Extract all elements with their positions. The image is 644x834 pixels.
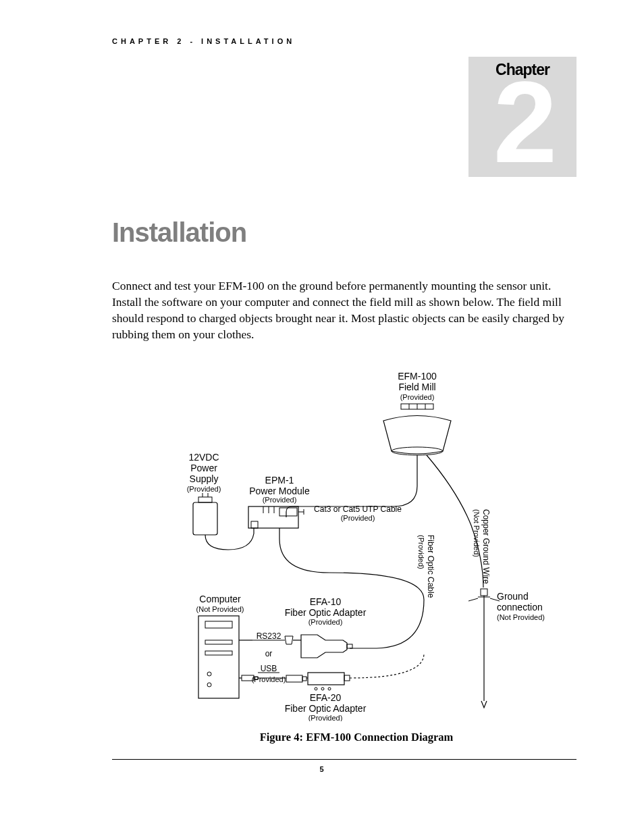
svg-rect-14 bbox=[279, 508, 297, 516]
catcable-label: Cat3 or Cat5 UTP Cable bbox=[314, 504, 402, 514]
psu-l2: Power bbox=[190, 463, 217, 473]
computer-label: Computer bbox=[199, 594, 241, 604]
svg-rect-17 bbox=[481, 589, 487, 596]
efa10-icon bbox=[301, 635, 352, 658]
svg-point-26 bbox=[207, 672, 211, 676]
efm100-sub: Field Mill bbox=[398, 382, 435, 392]
rs232-label: RS232 bbox=[257, 631, 281, 641]
svg-rect-5 bbox=[193, 502, 217, 535]
psu-icon bbox=[193, 493, 217, 535]
svg-point-37 bbox=[315, 687, 317, 690]
svg-rect-33 bbox=[286, 675, 302, 682]
groundwire-label: Copper Ground Wire bbox=[481, 509, 491, 584]
efa20-icon bbox=[308, 673, 350, 690]
chapter-block: Chapter 2 bbox=[468, 57, 576, 177]
efa10-title: EFA-10 bbox=[310, 596, 342, 607]
intro-paragraph: Connect and test your EFM-100 on the gro… bbox=[112, 278, 571, 343]
svg-line-20 bbox=[468, 598, 478, 601]
figure-caption: Figure 4: EFM-100 Connection Diagram bbox=[140, 731, 572, 744]
svg-rect-6 bbox=[198, 497, 212, 502]
page-title: Installation bbox=[112, 217, 576, 248]
efm100-title: EFM-100 bbox=[398, 371, 437, 382]
epm1-title: EPM-1 bbox=[265, 475, 294, 486]
svg-rect-34 bbox=[302, 677, 306, 681]
ground-sub: connection bbox=[497, 602, 543, 613]
svg-rect-25 bbox=[205, 651, 232, 655]
efa20-title: EFA-20 bbox=[310, 692, 342, 703]
or-label: or bbox=[265, 649, 273, 658]
running-header: CHAPTER 2 - INSTALLATION bbox=[112, 37, 576, 45]
footer-rule bbox=[112, 759, 576, 760]
catcable-note: (Provided) bbox=[341, 514, 375, 522]
efm100-icon bbox=[383, 404, 451, 455]
psu-l3: Supply bbox=[190, 473, 219, 484]
fiber-note: (Provided) bbox=[417, 535, 425, 569]
epm1-icon bbox=[248, 506, 304, 528]
page: CHAPTER 2 - INSTALLATION Chapter 2 Insta… bbox=[0, 0, 644, 834]
psu-l1: 12VDC bbox=[188, 452, 219, 463]
computer-note: (Not Provided) bbox=[196, 605, 244, 613]
page-number: 5 bbox=[0, 765, 644, 773]
figure: .l1 { font: 14px Arial, sans-serif; } .l… bbox=[140, 370, 572, 744]
efm100-note: (Provided) bbox=[400, 393, 435, 401]
ground-stake-icon bbox=[468, 589, 500, 708]
svg-rect-36 bbox=[344, 675, 350, 681]
epm1-sub: Power Module bbox=[249, 486, 310, 496]
efa20-sub: Fiber Optic Adapter bbox=[285, 703, 367, 714]
svg-point-27 bbox=[207, 683, 211, 687]
usb-label: USB bbox=[261, 664, 277, 673]
groundwire-note: (Not Provided) bbox=[473, 509, 481, 557]
efa10-sub: Fiber Optic Adapter bbox=[285, 607, 367, 618]
computer-icon bbox=[198, 616, 239, 698]
fiber-label: Fiber Optic Cable bbox=[426, 535, 435, 598]
svg-rect-23 bbox=[205, 621, 232, 628]
svg-rect-10 bbox=[251, 521, 258, 528]
svg-point-39 bbox=[328, 687, 331, 690]
epm1-note: (Provided) bbox=[263, 496, 297, 504]
psu-note: (Provided) bbox=[187, 485, 221, 493]
chapter-number: 2 bbox=[468, 75, 576, 170]
connection-diagram: .l1 { font: 14px Arial, sans-serif; } .l… bbox=[140, 370, 545, 721]
svg-rect-9 bbox=[248, 506, 298, 528]
ground-title: Ground bbox=[497, 591, 529, 602]
svg-rect-35 bbox=[308, 673, 344, 685]
svg-rect-29 bbox=[347, 644, 352, 648]
svg-rect-24 bbox=[205, 640, 232, 644]
ground-note: (Not Provided) bbox=[497, 613, 545, 621]
efa10-note: (Provided) bbox=[308, 618, 343, 626]
efa20-note: (Provided) bbox=[308, 714, 343, 721]
svg-point-38 bbox=[321, 687, 324, 690]
